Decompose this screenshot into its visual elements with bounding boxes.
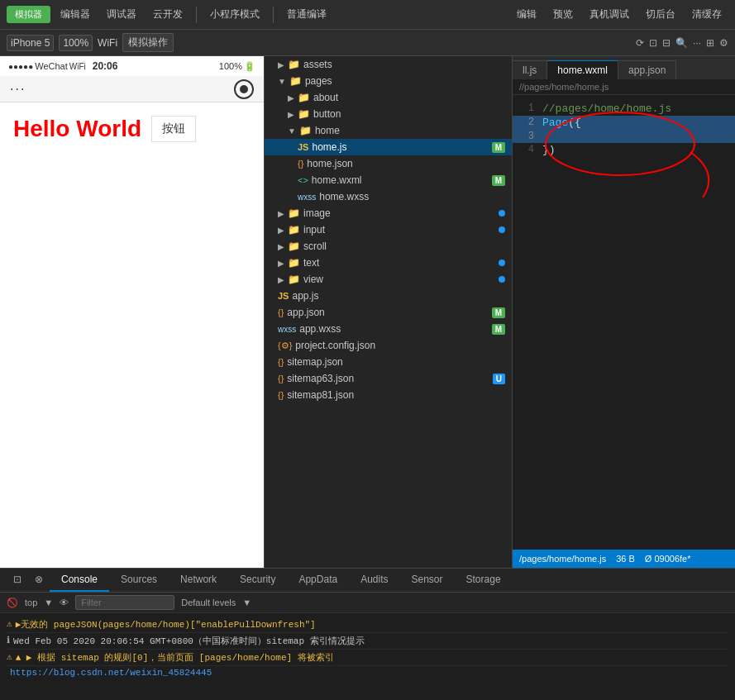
debugger-btn[interactable]: 调试器 (100, 5, 143, 24)
file-label: project.config.json (295, 340, 375, 351)
file-tree-item-app-js[interactable]: JS app.js (265, 288, 512, 304)
mode-select[interactable]: 小程序模式 (203, 5, 266, 24)
bottom-stop-icon[interactable]: ⊗ (28, 569, 50, 592)
folder-icon: 📁 (288, 240, 300, 252)
phone-record-btn[interactable] (234, 79, 254, 99)
badge-m: M (492, 175, 505, 186)
file-tree-item-sitemap[interactable]: {} sitemap.json (265, 354, 512, 370)
file-label: scroll (303, 240, 327, 252)
eye-icon[interactable]: 👁 (60, 598, 69, 607)
tab-storage[interactable]: Storage (455, 569, 513, 592)
rotate-icon[interactable]: ⟳ (636, 37, 644, 49)
filter-input[interactable] (75, 595, 174, 610)
code-line-3: 3 (513, 130, 735, 143)
file-label: view (303, 274, 323, 285)
folder-icon: 📁 (298, 108, 310, 120)
sim-action-btn[interactable]: 模拟操作 (122, 33, 174, 52)
real-machine-btn[interactable]: 真机调试 (583, 5, 636, 24)
file-tree-item-home-js[interactable]: JS home.js M (265, 139, 512, 155)
compile-btn[interactable]: 普通编译 (280, 5, 333, 24)
file-tree-item-project-config[interactable]: {⚙} project.config.json (265, 337, 512, 354)
edit-btn[interactable]: 编辑 (510, 5, 543, 24)
file-label: home.wxml (312, 174, 362, 186)
folder-icon: 📁 (288, 257, 300, 269)
console-line-3: ⚠ ▲ ▶ 根据 sitemap 的规则[0]，当前页面 [pages/home… (7, 650, 728, 666)
editor-content[interactable]: 1 //pages/home/home.js 2 Page({ 3 4 }) (513, 95, 735, 550)
record-dot (240, 85, 248, 93)
tab-appdata[interactable]: AppData (287, 569, 349, 592)
code-line-4: 4 }) (513, 143, 735, 157)
file-label: about (313, 92, 338, 103)
tab-console[interactable]: Console (50, 569, 109, 592)
file-tree-item-view[interactable]: ▶ 📁 view (265, 271, 512, 288)
tab-home-wxml[interactable]: home.wxml (547, 60, 618, 79)
main-content: ●●●●● WeChat WiFi 20:06 100% 🔋 ··· Hello… (0, 56, 735, 568)
device-select[interactable]: iPhone 5 (7, 35, 54, 51)
zoom-select[interactable]: 100% (59, 35, 93, 51)
file-tree-item-sitemap81[interactable]: {} sitemap81.json (265, 387, 512, 403)
file-tree-item-about[interactable]: ▶ 📁 about (265, 89, 512, 106)
default-levels-btn[interactable]: Default levels (181, 598, 236, 607)
more-icon[interactable]: ··· (693, 37, 701, 49)
expand-icon[interactable]: ⊡ (649, 37, 657, 49)
file-tree-item-assets[interactable]: ▶ 📁 assets (265, 56, 512, 73)
file-label: sitemap81.json (287, 389, 354, 401)
url-link[interactable]: https://blog.csdn.net/weixin_45824445 (7, 666, 728, 679)
settings-icon[interactable]: ⚙ (719, 37, 728, 49)
tab-security[interactable]: Security (228, 569, 287, 592)
phone-wifi-icon: WiFi (69, 62, 86, 71)
tab-audits[interactable]: Audits (349, 569, 399, 592)
file-tree-item-text[interactable]: ▶ 📁 text (265, 255, 512, 271)
arrow-icon: ▶ (278, 275, 284, 284)
arrow-icon: ▶ (278, 209, 284, 218)
file-tree-item-pages[interactable]: ▼ 📁 pages (265, 73, 512, 89)
cut-btn[interactable]: 切后台 (639, 5, 682, 24)
file-tree-item-app-wxss[interactable]: wxss app.wxss M (265, 321, 512, 337)
file-tree-item-button[interactable]: ▶ 📁 button (265, 106, 512, 122)
editor-btn[interactable]: 编辑器 (54, 5, 97, 24)
warning-icon: ⚠ (7, 618, 12, 629)
tab-sources[interactable]: Sources (109, 569, 169, 592)
bottom-panel-icon[interactable]: ⊡ (7, 569, 28, 592)
shrink-icon[interactable]: ⊟ (662, 37, 671, 49)
second-toolbar: iPhone 5 100% WiFi 模拟操作 ⟳ ⊡ ⊟ 🔍 ··· ⊞ ⚙ (0, 30, 735, 56)
editor-tabs: ll.js home.wxml app.json (513, 56, 735, 79)
phone-button[interactable]: 按钮 (151, 116, 196, 142)
file-tree-item-home-json[interactable]: {} home.json (265, 155, 512, 172)
clear-cache-btn[interactable]: 清缓存 (685, 5, 728, 24)
search-icon[interactable]: 🔍 (675, 37, 688, 49)
file-tree-item-home-wxml[interactable]: <> home.wxml M (265, 172, 512, 188)
tab-app-json[interactable]: app.json (618, 60, 676, 79)
file-label: app.js (292, 290, 318, 302)
phone-signal: ●●●●● (8, 62, 33, 71)
badge-dot (499, 260, 505, 266)
console-line-1: ⚠ ▶无效的 pageJSON(pages/home/home)["enable… (7, 617, 728, 633)
phone-nav-dots[interactable]: ··· (10, 82, 26, 97)
folder-icon: 📁 (299, 125, 312, 136)
cloud-btn[interactable]: 云开发 (146, 5, 189, 24)
console-line-2: ℹ Wed Feb 05 2020 20:06:54 GMT+0800（中国标准… (7, 633, 728, 650)
tab-sensor[interactable]: Sensor (400, 569, 455, 592)
preview-btn[interactable]: 预览 (546, 5, 580, 24)
badge-m: M (492, 324, 505, 335)
clear-console-icon[interactable]: 🚫 (7, 598, 18, 608)
bottom-tabs: ⊡ ⊗ Console Sources Network Security App… (0, 569, 735, 593)
top-level-label[interactable]: top (25, 598, 37, 607)
json-icon: {⚙} (278, 340, 292, 351)
file-tree-item-image[interactable]: ▶ 📁 image (265, 205, 512, 221)
file-tree-item-app-json[interactable]: {} app.json M (265, 304, 512, 321)
tab-network[interactable]: Network (169, 569, 228, 592)
layout-icon[interactable]: ⊞ (706, 37, 714, 49)
tab-home-js[interactable]: ll.js (513, 60, 547, 79)
phone-carrier: WeChat (35, 61, 68, 71)
simulator-btn[interactable]: 模拟器 (7, 6, 50, 23)
file-tree-item-sitemap63[interactable]: {} sitemap63.json U (265, 370, 512, 387)
file-tree-item-home[interactable]: ▼ 📁 home (265, 122, 512, 139)
file-tree-item-input[interactable]: ▶ 📁 input (265, 221, 512, 238)
dropdown-icon[interactable]: ▼ (44, 598, 53, 607)
file-tree-item-home-wxss[interactable]: wxss home.wxss (265, 188, 512, 205)
status-cursor: Ø 09006fe* (645, 554, 691, 564)
file-tree-item-scroll[interactable]: ▶ 📁 scroll (265, 238, 512, 255)
line-number: 2 (513, 117, 542, 128)
levels-dropdown-icon[interactable]: ▼ (242, 598, 251, 607)
